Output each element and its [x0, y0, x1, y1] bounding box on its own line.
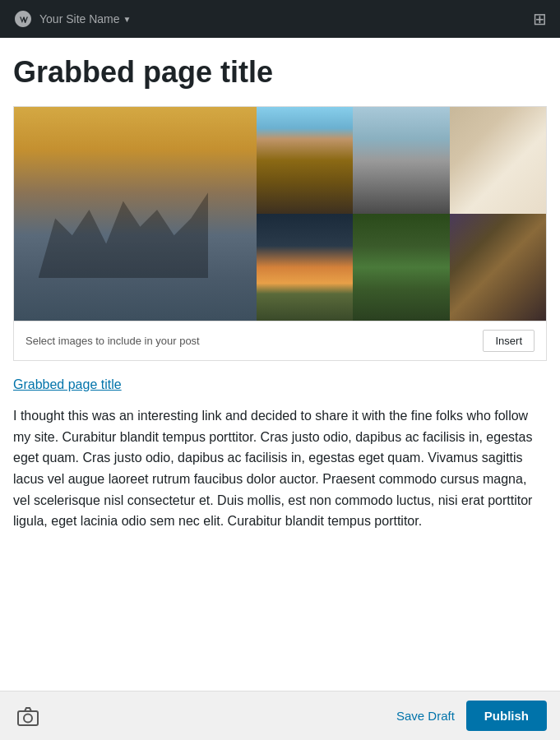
- svg-point-1: [24, 714, 32, 722]
- camera-icon[interactable]: [13, 701, 43, 731]
- save-draft-button[interactable]: Save Draft: [396, 709, 455, 723]
- wordpress-logo-icon: [13, 9, 33, 29]
- main-content: Grabbed page title Select images to incl…: [0, 38, 560, 614]
- gallery-image-onion[interactable]: [450, 214, 546, 321]
- gallery-image-bowl[interactable]: [450, 107, 546, 214]
- topbar: Your Site Name ▼ ⊞: [0, 0, 560, 38]
- topbar-right: ⊞: [533, 9, 547, 29]
- publish-button[interactable]: Publish: [466, 701, 547, 731]
- gallery-toolbar: Select images to include in your post In…: [14, 321, 546, 360]
- post-body-text: I thought this was an interesting link a…: [13, 405, 547, 532]
- insert-button[interactable]: Insert: [483, 330, 535, 352]
- page-title: Grabbed page title: [13, 54, 547, 90]
- gallery-grid: [14, 107, 546, 321]
- bottom-actions: Save Draft Publish: [396, 701, 547, 731]
- camera-svg: [16, 705, 39, 728]
- gallery-right-grid: [257, 107, 546, 321]
- gallery-image-city[interactable]: [257, 107, 353, 214]
- gallery-select-label: Select images to include in your post: [25, 335, 200, 347]
- grid-icon[interactable]: ⊞: [533, 10, 547, 28]
- bottom-toolbar: Save Draft Publish: [0, 691, 560, 740]
- topbar-left: Your Site Name ▼: [13, 9, 131, 29]
- gallery-image-forest[interactable]: [353, 214, 449, 321]
- post-link[interactable]: Grabbed page title: [13, 377, 547, 392]
- gallery-image-sunset[interactable]: [257, 214, 353, 321]
- gallery-image-pier[interactable]: [14, 107, 257, 321]
- gallery-image-street[interactable]: [353, 107, 449, 214]
- site-name[interactable]: Your Site Name ▼: [39, 12, 131, 25]
- chevron-down-icon: ▼: [123, 15, 132, 24]
- gallery-container: Select images to include in your post In…: [13, 106, 547, 361]
